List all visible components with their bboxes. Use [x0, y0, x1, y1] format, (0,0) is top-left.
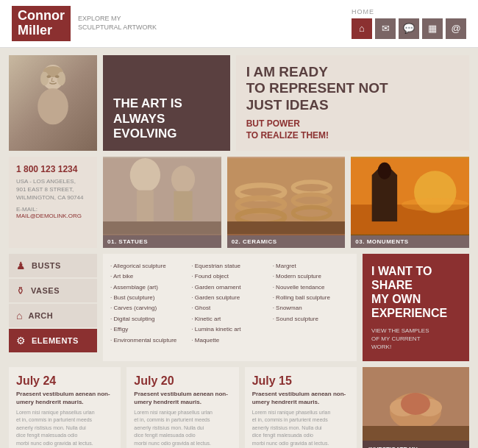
vases-icon: ⚱	[16, 285, 25, 296]
logo-tagline: EXPLORE MYSCULPTURAL ARTWORK	[78, 15, 157, 32]
row1: THE ART ISALWAYSEVOLVING I AM READYTO RE…	[9, 55, 469, 151]
hero-dark-panel: THE ART ISALWAYSEVOLVING	[103, 55, 230, 151]
blog-excerpt-3: Lorem nisi ranique phasellus urlanet in,…	[252, 409, 349, 448]
row3: ♟ BUSTS ⚱ VASES ⌂ ARCH ⚙ ELEMENTS · Alle…	[9, 254, 469, 361]
link-carves[interactable]: · Carves (carving)	[110, 303, 187, 313]
svg-point-2	[38, 88, 68, 124]
blog-date-1: July 24	[16, 374, 113, 388]
link-allegorical[interactable]: · Allegorical sculpture	[110, 261, 187, 271]
svg-point-25	[402, 198, 469, 211]
busts-label: BUSTS	[32, 261, 61, 270]
link-nouvelle[interactable]: · Nouvelle tendance	[273, 282, 349, 293]
hero-sculpture-image	[9, 55, 97, 151]
svg-point-11	[171, 166, 195, 193]
nav-comment-button[interactable]: 💬	[399, 18, 419, 39]
techniques-label: INVESTIGATE MYSTYLES, METHODS &TECHNIQUE…	[363, 441, 469, 448]
svg-point-4	[40, 71, 49, 85]
sidebar-item-busts[interactable]: ♟ BUSTS	[9, 254, 97, 277]
techniques-image	[363, 367, 469, 441]
link-digital[interactable]: · Digital sculpting	[110, 314, 187, 324]
cta-box[interactable]: I WANT TOSHAREMY OWNEXPERIENCE VIEW THE …	[363, 254, 469, 361]
blog-card-1[interactable]: July 24 Praesent vestibulum aenean non-u…	[9, 367, 121, 448]
sidebar-item-elements[interactable]: ⚙ ELEMENTS	[9, 329, 97, 352]
links-columns: · Allegorical sculpture · Art bike · Ass…	[103, 254, 357, 361]
sidebar-item-vases[interactable]: ⚱ VASES	[9, 279, 97, 302]
hero-light-panel: I AM READYTO REPRESENT NOTJUST IDEAS BUT…	[236, 55, 469, 151]
nav-envelope-button[interactable]: ✉	[375, 18, 396, 39]
svg-rect-21	[227, 221, 346, 234]
arch-label: ARCH	[28, 311, 53, 320]
link-snowman[interactable]: · Snowman	[273, 303, 349, 313]
gallery-ceramics-image	[227, 157, 346, 235]
nav-image-button[interactable]: ▦	[422, 18, 443, 39]
gallery-item-ceramics[interactable]: 02. CERAMICS	[227, 157, 346, 248]
techniques-box[interactable]: INVESTIGATE MYSTYLES, METHODS &TECHNIQUE…	[363, 367, 469, 448]
link-bust[interactable]: · Bust (sculpture)	[110, 293, 187, 303]
busts-icon: ♟	[16, 260, 26, 271]
link-garden-sculpture[interactable]: · Garden sculpture	[191, 293, 268, 303]
link-ghost[interactable]: · Ghost	[191, 303, 268, 313]
nav-mail-button[interactable]: @	[446, 18, 466, 39]
svg-rect-26	[372, 175, 397, 221]
blog-card-2[interactable]: July 20 Praesent vestibulum aenean non-u…	[126, 367, 238, 448]
link-lumina[interactable]: · Lumina kinetic art	[191, 324, 268, 335]
svg-rect-13	[103, 221, 221, 234]
link-kinetic[interactable]: · Kinetic art	[191, 314, 268, 324]
link-sound[interactable]: · Sound sculpture	[273, 314, 349, 324]
sculpture-svg	[18, 65, 88, 141]
elements-label: ELEMENTS	[32, 336, 79, 345]
sidebar-nav: ♟ BUSTS ⚱ VASES ⌂ ARCH ⚙ ELEMENTS	[9, 254, 97, 361]
links-col-2: · Equestrian statue · Found object · Gar…	[191, 261, 268, 354]
vases-label: VASES	[31, 286, 60, 295]
arch-icon: ⌂	[16, 310, 22, 321]
link-equestrian[interactable]: · Equestrian statue	[191, 261, 268, 271]
link-environmental[interactable]: · Environmental sculpture	[110, 335, 187, 346]
hero-main-heading: I AM READYTO REPRESENT NOTJUST IDEAS	[246, 64, 459, 114]
svg-rect-33	[363, 426, 469, 441]
gallery-monuments-image	[351, 157, 469, 235]
header: ConnorMiller EXPLORE MYSCULPTURAL ARTWOR…	[0, 0, 478, 48]
svg-rect-10	[137, 190, 154, 224]
logo: ConnorMiller	[12, 6, 71, 41]
gallery-item-monuments[interactable]: 03. MONUMENTS	[351, 157, 469, 248]
links-col-1: · Allegorical sculpture · Art bike · Ass…	[110, 261, 187, 354]
link-margret[interactable]: · Margret	[273, 261, 349, 271]
blog-title-2: Praesent vestibulum aenean non-umery hen…	[134, 391, 231, 406]
link-artbike[interactable]: · Art bike	[110, 271, 187, 282]
svg-point-7	[55, 75, 60, 78]
svg-point-5	[57, 71, 65, 85]
svg-point-27	[378, 162, 391, 179]
blog-date-3: July 15	[252, 374, 349, 388]
gallery-statues-image	[103, 157, 221, 235]
gallery-ceramics-label: 02. CERAMICS	[227, 235, 346, 248]
nav-icons: ⌂ ✉ 💬 ▦ @	[352, 18, 466, 39]
gallery-items: 01. STATUES 02. CERAM	[103, 157, 469, 248]
contact-address: USA - LOS ANGELES,901 EAST 8 STREET,WILM…	[16, 177, 90, 202]
link-assemblage[interactable]: · Assemblage (art)	[110, 282, 187, 293]
blog-title-3: Praesent vestibulum aenean non-umery hen…	[252, 391, 349, 406]
svg-point-6	[46, 75, 51, 78]
link-modern[interactable]: · Modern sculpture	[273, 271, 349, 282]
contact-box: 1 800 123 1234 USA - LOS ANGELES,901 EAS…	[9, 157, 97, 248]
svg-point-32	[401, 393, 430, 415]
sidebar-item-arch[interactable]: ⌂ ARCH	[9, 304, 97, 327]
link-maquette1[interactable]: · Maquette	[191, 335, 268, 346]
blog-card-3[interactable]: July 15 Praesent vestibulum aenean non-u…	[245, 367, 357, 448]
contact-phone: 1 800 123 1234	[16, 164, 90, 174]
link-garden-ornament[interactable]: · Garden ornament	[191, 282, 268, 293]
links-col-3: · Margret · Modern sculpture · Nouvelle …	[273, 261, 349, 354]
blog-date-2: July 20	[134, 374, 231, 388]
link-rolling[interactable]: · Rolling ball sculpture	[273, 293, 349, 303]
nav-home-button[interactable]: ⌂	[352, 18, 372, 39]
link-effigy[interactable]: · Effigy	[110, 324, 187, 335]
gallery-item-statues[interactable]: 01. STATUES	[103, 157, 221, 248]
contact-email: MAIL@DEMOLINK.ORG	[16, 213, 90, 219]
hero-dark-heading: THE ART ISALWAYSEVOLVING	[113, 96, 182, 141]
gallery-monuments-label: 03. MONUMENTS	[351, 235, 469, 248]
nav-area: HOME ⌂ ✉ 💬 ▦ @	[352, 8, 466, 39]
logo-area: ConnorMiller EXPLORE MYSCULPTURAL ARTWOR…	[12, 6, 157, 41]
hero-sub-heading: BUT POWERTO REALIZE THEM!	[246, 118, 459, 141]
contact-email-label: E-MAIL:	[16, 206, 90, 213]
row2: 1 800 123 1234 USA - LOS ANGELES,901 EAS…	[9, 157, 469, 248]
link-found[interactable]: · Found object	[191, 271, 268, 282]
